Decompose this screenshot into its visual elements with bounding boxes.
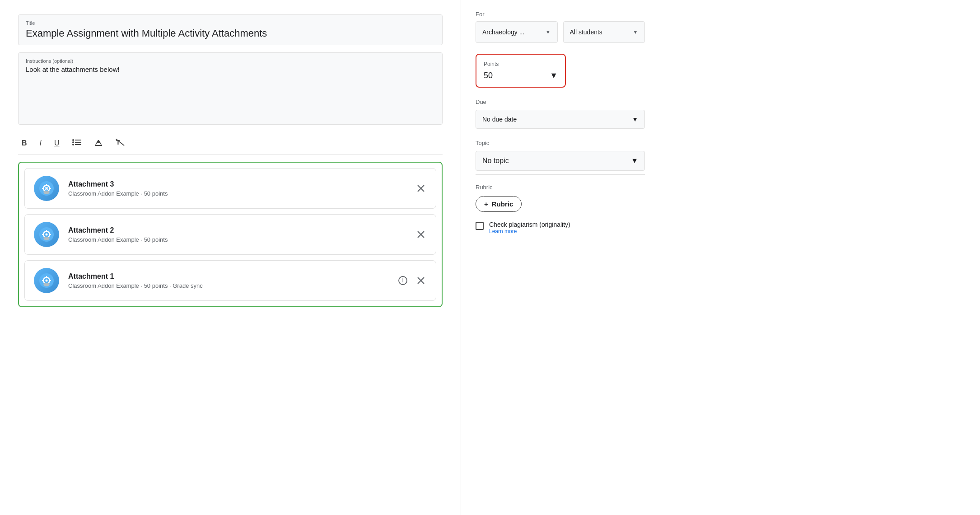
instructions-value: Look at the attachments below! — [26, 66, 435, 73]
points-value: 50 — [484, 71, 493, 80]
students-value: All students — [570, 28, 602, 36]
underline-button[interactable]: U — [52, 138, 61, 149]
attachment-meta: Classroom Addon Example · 50 points — [68, 190, 415, 197]
attachment-info: Attachment 3 Classroom Addon Example · 5… — [68, 180, 415, 197]
attachment-icon — [34, 268, 59, 293]
topic-value: No topic — [482, 157, 509, 165]
italic-button[interactable]: I — [38, 138, 43, 149]
due-label: Due — [476, 98, 645, 105]
attachment-actions: i — [396, 274, 427, 287]
main-panel: Title Instructions (optional) Look at th… — [0, 0, 461, 515]
class-value: Archaeology ... — [482, 28, 524, 36]
svg-point-21 — [46, 234, 48, 236]
remove-attachment-button[interactable] — [415, 229, 427, 240]
attachments-container: Attachment 3 Classroom Addon Example · 5… — [18, 162, 443, 307]
attachment-icon — [34, 222, 59, 247]
points-field[interactable]: Points 50 ▼ — [476, 54, 566, 88]
points-select[interactable]: 50 ▼ — [484, 71, 558, 80]
svg-point-30 — [46, 280, 48, 282]
attachment-name: Attachment 3 — [68, 180, 415, 188]
rubric-btn-label: Rubric — [492, 200, 513, 208]
points-chevron-icon: ▼ — [550, 71, 558, 80]
for-row: Archaeology ... ▼ All students ▼ — [476, 21, 645, 43]
right-panel: For Archaeology ... ▼ All students ▼ Poi… — [461, 0, 659, 515]
remove-attachment-button[interactable] — [415, 183, 427, 194]
for-label: For — [476, 11, 645, 18]
class-select[interactable]: Archaeology ... ▼ — [476, 21, 558, 43]
attachment-meta: Classroom Addon Example · 50 points · Gr… — [68, 282, 396, 289]
points-label: Points — [484, 61, 558, 67]
svg-point-3 — [72, 139, 74, 141]
info-button[interactable]: i — [396, 274, 410, 287]
topic-label: Topic — [476, 140, 645, 146]
students-chevron-icon: ▼ — [633, 29, 638, 35]
attachment-name: Attachment 1 — [68, 272, 396, 281]
instructions-label: Instructions (optional) — [26, 58, 435, 64]
rubric-plus-icon: + — [484, 200, 488, 208]
attachment-card: Attachment 2 Classroom Addon Example · 5… — [24, 214, 436, 255]
remove-format-button[interactable]: T — [114, 136, 126, 150]
attachment-icon — [34, 176, 59, 201]
plagiarism-text: Check plagiarism (originality) Learn mor… — [489, 221, 570, 234]
students-select[interactable]: All students ▼ — [563, 21, 645, 43]
add-rubric-button[interactable]: + Rubric — [476, 196, 522, 212]
attachment-actions — [415, 183, 427, 194]
formatting-toolbar: B I U T — [18, 132, 443, 154]
class-chevron-icon: ▼ — [546, 29, 551, 35]
attachment-meta: Classroom Addon Example · 50 points — [68, 236, 415, 243]
attachment-card: Attachment 3 Classroom Addon Example · 5… — [24, 168, 436, 209]
svg-text:i: i — [402, 277, 404, 284]
title-label: Title — [26, 20, 435, 26]
title-input[interactable] — [26, 28, 435, 39]
topic-select[interactable]: No topic ▼ — [476, 151, 645, 171]
learn-more-link[interactable]: Learn more — [489, 228, 570, 234]
title-field[interactable]: Title — [18, 14, 443, 45]
rubric-label: Rubric — [476, 184, 645, 191]
attachment-name: Attachment 2 — [68, 226, 415, 234]
plagiarism-row: Check plagiarism (originality) Learn mor… — [476, 221, 645, 234]
svg-point-4 — [72, 141, 74, 143]
svg-point-12 — [46, 187, 48, 190]
attachment-actions — [415, 229, 427, 240]
due-select[interactable]: No due date ▼ — [476, 110, 645, 129]
plagiarism-label: Check plagiarism (originality) — [489, 221, 570, 228]
topic-chevron-icon: ▼ — [631, 157, 638, 165]
attachment-info: Attachment 1 Classroom Addon Example · 5… — [68, 272, 396, 289]
due-value: No due date — [482, 116, 517, 123]
list-button[interactable] — [70, 137, 83, 149]
attachment-info: Attachment 2 Classroom Addon Example · 5… — [68, 226, 415, 243]
instructions-field[interactable]: Instructions (optional) Look at the atta… — [18, 52, 443, 125]
plagiarism-checkbox[interactable] — [476, 222, 484, 230]
attachment-card: Attachment 1 Classroom Addon Example · 5… — [24, 260, 436, 301]
clear-format-button[interactable] — [92, 136, 105, 150]
topic-divider — [476, 174, 645, 175]
remove-attachment-button[interactable] — [415, 275, 427, 286]
bold-button[interactable]: B — [20, 138, 29, 149]
due-chevron-icon: ▼ — [632, 116, 638, 123]
svg-point-5 — [72, 144, 74, 145]
